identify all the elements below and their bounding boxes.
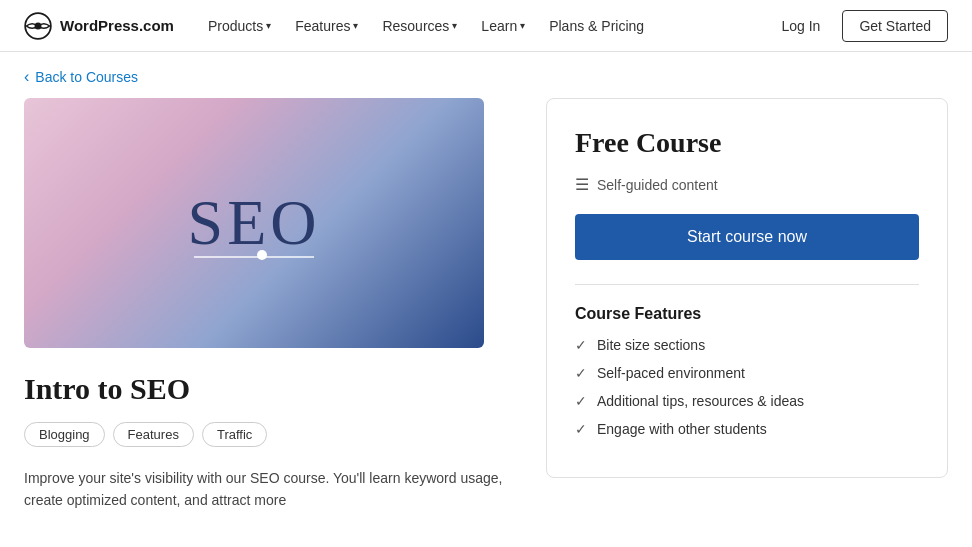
login-button[interactable]: Log In (771, 12, 830, 40)
check-icon-3: ✓ (575, 421, 587, 437)
self-guided-row: ☰ Self-guided content (575, 175, 919, 194)
tag-traffic[interactable]: Traffic (202, 422, 267, 447)
nav-links: Products ▾ Features ▾ Resources ▾ Learn … (198, 12, 654, 40)
check-icon-2: ✓ (575, 393, 587, 409)
nav-left: WordPress.com Products ▾ Features ▾ Reso… (24, 12, 654, 40)
feature-item-0: ✓ Bite size sections (575, 337, 919, 353)
chevron-down-icon: ▾ (353, 20, 358, 31)
self-guided-label: Self-guided content (597, 177, 718, 193)
course-image: SEO (24, 98, 484, 348)
tag-blogging[interactable]: Blogging (24, 422, 105, 447)
self-guided-icon: ☰ (575, 175, 589, 194)
nav-learn[interactable]: Learn ▾ (471, 12, 535, 40)
wordpress-logo-icon (24, 12, 52, 40)
nav-right: Log In Get Started (771, 10, 948, 42)
feature-label-3: Engage with other students (597, 421, 767, 437)
chevron-down-icon: ▾ (520, 20, 525, 31)
nav-features[interactable]: Features ▾ (285, 12, 368, 40)
back-to-courses-link[interactable]: ‹ Back to Courses (0, 52, 162, 98)
main-content: SEO Intro to SEO Blogging Features Traff… (0, 98, 972, 544)
tag-features[interactable]: Features (113, 422, 194, 447)
course-description: Improve your site's visibility with our … (24, 467, 514, 512)
start-course-button[interactable]: Start course now (575, 214, 919, 260)
course-image-text: SEO (188, 186, 321, 260)
feature-label-0: Bite size sections (597, 337, 705, 353)
course-tags: Blogging Features Traffic (24, 422, 514, 447)
feature-label-2: Additional tips, resources & ideas (597, 393, 804, 409)
back-arrow-icon: ‹ (24, 68, 29, 86)
feature-item-2: ✓ Additional tips, resources & ideas (575, 393, 919, 409)
feature-item-3: ✓ Engage with other students (575, 421, 919, 437)
nav-resources[interactable]: Resources ▾ (372, 12, 467, 40)
feature-label-1: Self-paced environment (597, 365, 745, 381)
back-link-label: Back to Courses (35, 69, 138, 85)
nav-plans-pricing[interactable]: Plans & Pricing (539, 12, 654, 40)
course-sidebar: Free Course ☰ Self-guided content Start … (546, 98, 948, 478)
course-title: Intro to SEO (24, 372, 514, 406)
check-icon-0: ✓ (575, 337, 587, 353)
check-icon-1: ✓ (575, 365, 587, 381)
logo-text: WordPress.com (60, 17, 174, 34)
nav-products[interactable]: Products ▾ (198, 12, 281, 40)
sidebar-divider (575, 284, 919, 285)
free-course-badge: Free Course (575, 127, 919, 159)
course-features-title: Course Features (575, 305, 919, 323)
feature-item-1: ✓ Self-paced environment (575, 365, 919, 381)
logo[interactable]: WordPress.com (24, 12, 174, 40)
main-nav: WordPress.com Products ▾ Features ▾ Reso… (0, 0, 972, 52)
left-column: SEO Intro to SEO Blogging Features Traff… (24, 98, 514, 512)
chevron-down-icon: ▾ (266, 20, 271, 31)
chevron-down-icon: ▾ (452, 20, 457, 31)
get-started-button[interactable]: Get Started (842, 10, 948, 42)
